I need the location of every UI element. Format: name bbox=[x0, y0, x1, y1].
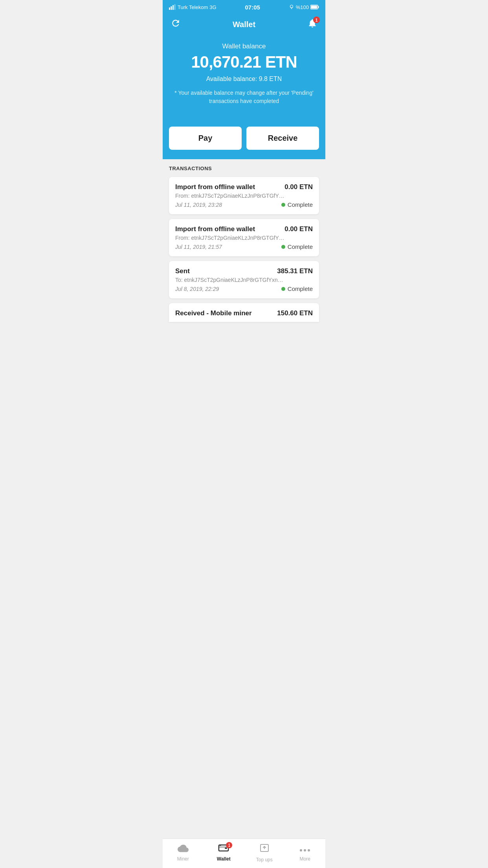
status-time: 07:05 bbox=[245, 4, 260, 11]
svg-rect-3 bbox=[174, 4, 176, 10]
receive-button[interactable]: Receive bbox=[246, 127, 319, 150]
table-row[interactable]: Received - Mobile miner 150.60 ETN bbox=[169, 303, 319, 322]
header: Wallet 1 bbox=[163, 14, 325, 35]
tx-amount: 0.00 ETN bbox=[284, 183, 313, 191]
tx-date: Jul 11, 2019, 21:57 bbox=[175, 244, 222, 250]
svg-rect-2 bbox=[172, 5, 174, 10]
battery-icon bbox=[310, 5, 319, 9]
battery-level: %100 bbox=[296, 4, 309, 10]
network-type: 3G bbox=[209, 4, 216, 10]
refresh-icon bbox=[171, 18, 181, 28]
tx-status: Complete bbox=[281, 285, 313, 292]
tx-amount: 0.00 ETN bbox=[284, 225, 313, 233]
tx-title: Import from offline wallet bbox=[175, 225, 255, 233]
status-right: %100 bbox=[289, 4, 319, 10]
notification-button[interactable]: 1 bbox=[307, 18, 317, 31]
tx-title: Sent bbox=[175, 267, 190, 275]
tx-date: Jul 8, 2019, 22:29 bbox=[175, 286, 219, 292]
tx-from: From: etnkJ7ScT2pGniaeKLzJnP8rGTGfYxnvc9… bbox=[175, 193, 285, 199]
table-row[interactable]: Import from offline wallet 0.00 ETN From… bbox=[169, 219, 319, 256]
alarm-icon bbox=[289, 4, 294, 10]
balance-amount: 10,670.21 ETN bbox=[174, 53, 314, 72]
svg-rect-6 bbox=[311, 6, 317, 9]
header-title: Wallet bbox=[233, 20, 255, 29]
status-dot bbox=[281, 203, 285, 207]
tx-from: To: etnkJ7ScT2pGniaeKLzJnP8rGTGfYxnvc9UM… bbox=[175, 277, 285, 283]
tx-amount: 150.60 ETN bbox=[277, 309, 313, 317]
balance-note: * Your available balance may change afte… bbox=[174, 89, 314, 105]
action-buttons: Pay Receive bbox=[163, 127, 325, 159]
svg-rect-5 bbox=[318, 6, 319, 8]
tx-amount: 385.31 ETN bbox=[277, 267, 313, 275]
table-row[interactable]: Sent 385.31 ETN To: etnkJ7ScT2pGniaeKLzJ… bbox=[169, 261, 319, 298]
tx-title: Received - Mobile miner bbox=[175, 309, 252, 317]
transactions-title: TRANSACTIONS bbox=[169, 166, 319, 171]
pay-button[interactable]: Pay bbox=[169, 127, 242, 150]
tx-title: Import from offline wallet bbox=[175, 183, 255, 191]
refresh-button[interactable] bbox=[171, 18, 181, 31]
table-row[interactable]: Import from offline wallet 0.00 ETN From… bbox=[169, 177, 319, 214]
tx-from: From: etnkJ7ScT2pGniaeKLzJnP8rGTGfYxnvc9… bbox=[175, 235, 285, 241]
svg-rect-0 bbox=[169, 7, 170, 10]
tx-date: Jul 11, 2019, 23:28 bbox=[175, 202, 222, 208]
status-dot bbox=[281, 245, 285, 249]
status-left: Turk Telekom 3G bbox=[169, 4, 216, 10]
tx-status: Complete bbox=[281, 243, 313, 250]
carrier-label: Turk Telekom bbox=[178, 4, 208, 10]
status-bar: Turk Telekom 3G 07:05 %100 bbox=[163, 0, 325, 14]
status-dot bbox=[281, 287, 285, 291]
svg-rect-1 bbox=[171, 6, 172, 10]
signal-icon bbox=[169, 4, 176, 10]
balance-label: Wallet balance bbox=[174, 42, 314, 50]
balance-section: Wallet balance 10,670.21 ETN Available b… bbox=[163, 35, 325, 127]
tx-status: Complete bbox=[281, 201, 313, 208]
available-balance: Available balance: 9.8 ETN bbox=[174, 75, 314, 83]
notification-badge: 1 bbox=[313, 17, 320, 23]
transactions-section: TRANSACTIONS Import from offline wallet … bbox=[163, 159, 325, 357]
